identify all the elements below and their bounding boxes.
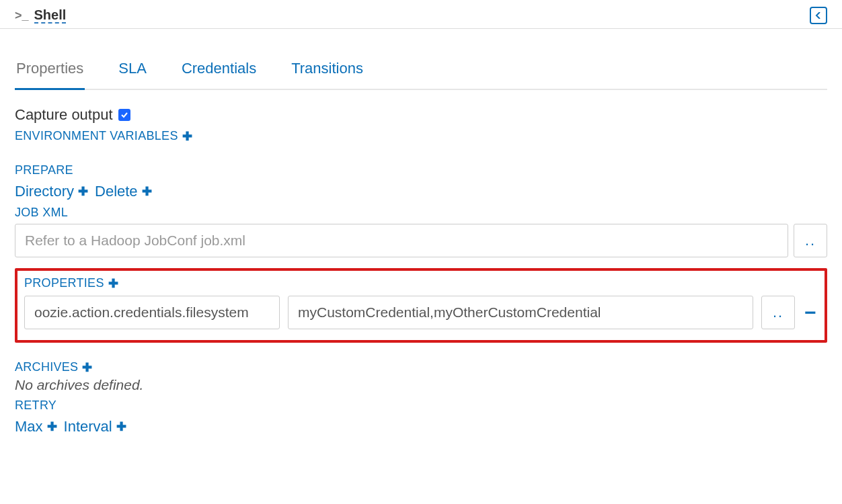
job-xml-row: ..	[15, 224, 827, 257]
job-xml-browse-button[interactable]: ..	[794, 224, 827, 257]
plus-icon: ✚	[116, 421, 126, 433]
header-left: >_ Shell	[15, 7, 66, 24]
tab-properties[interactable]: Properties	[15, 53, 85, 90]
content-scroll[interactable]: Properties SLA Credentials Transitions C…	[0, 29, 842, 496]
job-xml-heading: JOB XML	[15, 206, 827, 220]
property-browse-button[interactable]: ..	[761, 296, 795, 329]
content: Properties SLA Credentials Transitions C…	[0, 52, 842, 496]
header-right	[810, 7, 827, 24]
prepare-directory-label: Directory	[15, 183, 74, 200]
archives-empty-text: No archives defined.	[15, 377, 827, 393]
tab-transitions[interactable]: Transitions	[290, 53, 365, 90]
properties-heading-text: PROPERTIES	[24, 276, 104, 290]
check-icon	[120, 111, 128, 119]
prepare-delete-add[interactable]: Delete ✚	[95, 183, 152, 200]
retry-max-label: Max	[15, 418, 43, 435]
tab-credentials[interactable]: Credentials	[180, 53, 258, 90]
prepare-directory-add[interactable]: Directory ✚	[15, 183, 88, 200]
archives-heading-text: ARCHIVES	[15, 360, 78, 374]
panel-header: >_ Shell	[0, 0, 842, 29]
action-title[interactable]: Shell	[34, 7, 67, 24]
prepare-heading: PREPARE	[15, 163, 827, 177]
add-env-var-button[interactable]: ✚	[182, 130, 192, 142]
env-vars-heading-text: ENVIRONMENT VARIABLES	[15, 129, 178, 143]
capture-output-label: Capture output	[15, 106, 113, 124]
minus-icon: −	[804, 301, 816, 324]
retry-interval-add[interactable]: Interval ✚	[64, 418, 126, 435]
add-archive-button[interactable]: ✚	[82, 362, 92, 374]
retry-interval-label: Interval	[64, 418, 112, 435]
remove-property-button[interactable]: −	[803, 296, 818, 329]
property-row: .. −	[24, 296, 818, 329]
retry-max-add[interactable]: Max ✚	[15, 418, 57, 435]
tab-sla[interactable]: SLA	[117, 53, 148, 90]
plus-icon: ✚	[47, 421, 57, 433]
capture-output-section: Capture output ENVIRONMENT VARIABLES ✚	[15, 106, 827, 143]
prepare-section: PREPARE Directory ✚ Delete ✚ JOB XML ..	[15, 163, 827, 257]
retry-heading-text: RETRY	[15, 398, 56, 413]
shell-prompt-icon: >_	[15, 9, 29, 22]
property-value-input[interactable]	[288, 296, 753, 329]
archives-section: ARCHIVES ✚ No archives defined. RETRY Ma…	[15, 360, 827, 435]
plus-icon: ✚	[142, 185, 152, 198]
collapse-panel-button[interactable]	[810, 7, 827, 24]
property-key-input[interactable]	[24, 296, 280, 329]
prepare-heading-text: PREPARE	[15, 163, 73, 177]
job-xml-input[interactable]	[15, 224, 788, 257]
archives-heading: ARCHIVES ✚	[15, 360, 827, 374]
prepare-delete-label: Delete	[95, 183, 138, 200]
add-property-button[interactable]: ✚	[108, 278, 118, 290]
capture-output-checkbox[interactable]	[118, 109, 130, 121]
plus-icon: ✚	[78, 185, 88, 198]
env-vars-heading: ENVIRONMENT VARIABLES ✚	[15, 129, 827, 143]
properties-heading: PROPERTIES ✚	[24, 276, 818, 290]
chevron-left-icon	[815, 12, 822, 19]
retry-heading: RETRY	[15, 398, 827, 413]
properties-highlight: PROPERTIES ✚ .. −	[15, 268, 827, 343]
tab-bar: Properties SLA Credentials Transitions	[15, 52, 827, 90]
job-xml-heading-text: JOB XML	[15, 206, 68, 220]
